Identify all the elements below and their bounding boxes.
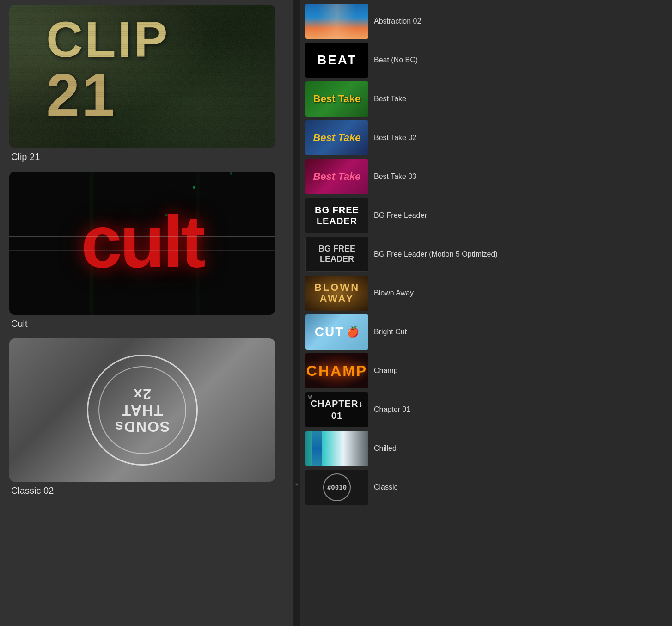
- bgfree-line2: LEADER: [317, 215, 357, 227]
- item-name-bgfree: BG Free Leader: [374, 211, 427, 220]
- chilled-letter: e: [313, 442, 318, 454]
- thumb-abstraction02: [305, 4, 368, 39]
- item-name-besttake02: Best Take 02: [374, 134, 416, 142]
- brightcut-apple-icon: 🍎: [347, 326, 359, 338]
- thumb-besttake02: Best Take: [305, 120, 368, 155]
- cult-thumbnail[interactable]: cult: [9, 172, 275, 315]
- bgfree2-line1: BG FREE: [318, 244, 355, 254]
- beat-thumb-text: BEAT: [317, 53, 357, 68]
- list-item-besttake03[interactable]: Best Take Best Take 03: [300, 157, 672, 196]
- list-item-besttake[interactable]: Best Take Best Take: [300, 80, 672, 118]
- thumb-bgfree2: BG FREE LEADER: [305, 237, 368, 272]
- thumb-champ: CHAMP: [305, 353, 368, 388]
- classic-text: #0010: [327, 484, 347, 491]
- list-item-blownaway[interactable]: BLOWN AWAY Blown Away: [300, 274, 672, 313]
- bgfree2-line2: LEADER: [320, 254, 354, 264]
- thumb-beat: BEAT: [305, 43, 368, 78]
- item-name-besttake03: Best Take 03: [374, 172, 416, 181]
- clip21-thumbnail[interactable]: CLIP 21: [9, 5, 275, 148]
- list-item-brightcut[interactable]: CUT 🍎 Bright Cut: [300, 313, 672, 351]
- left-preview-panel: CLIP 21 Clip 21 cult Cult: [0, 0, 293, 626]
- list-item-bgfree2[interactable]: BG FREE LEADER BG Free Leader (Motion 5 …: [300, 235, 672, 274]
- classic02-label: Classic 02: [9, 485, 284, 496]
- classic02-thumbnail[interactable]: SONDsTHAT2x: [9, 338, 275, 482]
- besttake03-thumb-text: Best Take: [313, 171, 360, 183]
- classic02-inner-text: SONDsTHAT2x: [114, 386, 170, 435]
- classic02-circle-inner: SONDsTHAT2x: [98, 366, 186, 454]
- classic-circle: #0010: [323, 473, 351, 501]
- blownaway-line1: BLOWN: [314, 282, 360, 293]
- thumb-classic: #0010: [305, 470, 368, 505]
- cult-text: cult: [81, 205, 203, 279]
- list-item-chilled[interactable]: e Chilled: [300, 429, 672, 468]
- brightcut-text: CUT: [315, 325, 344, 339]
- preview-item-classic02[interactable]: SONDsTHAT2x Classic 02: [9, 338, 284, 496]
- chapter01-text: CHAPTER↓01: [311, 398, 364, 422]
- champ-text: CHAMP: [306, 362, 367, 380]
- item-name-blownaway: Blown Away: [374, 289, 414, 297]
- item-name-beat: Beat (No BC): [374, 56, 418, 64]
- item-name-chilled: Chilled: [374, 444, 397, 453]
- thumb-brightcut: CUT 🍎: [305, 314, 368, 350]
- right-list-panel: Abstraction 02 BEAT Beat (No BC) Best Ta…: [300, 0, 672, 626]
- list-item-chapter01[interactable]: W CHAPTER↓01 Chapter 01: [300, 390, 672, 429]
- thumb-chapter01: W CHAPTER↓01: [305, 392, 368, 427]
- list-item-beat[interactable]: BEAT Beat (No BC): [300, 41, 672, 80]
- panel-divider: [293, 0, 300, 626]
- list-item-classic[interactable]: #0010 Classic: [300, 468, 672, 507]
- preview-item-clip21[interactable]: CLIP 21 Clip 21: [9, 5, 284, 162]
- item-name-champ: Champ: [374, 367, 398, 375]
- bgfree-line1: BG FREE: [315, 204, 359, 215]
- besttake02-thumb-text: Best Take: [313, 132, 360, 144]
- item-name-brightcut: Bright Cut: [374, 328, 407, 336]
- item-name-chapter01: Chapter 01: [374, 405, 410, 414]
- cult-label: Cult: [9, 319, 284, 329]
- list-item-abstraction02[interactable]: Abstraction 02: [300, 2, 672, 41]
- list-item-champ[interactable]: CHAMP Champ: [300, 351, 672, 390]
- thumb-besttake03: Best Take: [305, 159, 368, 194]
- blownaway-line2: AWAY: [320, 293, 354, 304]
- list-item-bgfree[interactable]: BG FREE LEADER BG Free Leader: [300, 196, 672, 235]
- classic02-circle-outer: SONDsTHAT2x: [87, 355, 198, 466]
- clip21-label: Clip 21: [9, 152, 284, 162]
- item-name-abstraction02: Abstraction 02: [374, 17, 421, 25]
- list-item-besttake02[interactable]: Best Take Best Take 02: [300, 118, 672, 157]
- item-name-classic: Classic: [374, 483, 398, 491]
- thumb-bgfree: BG FREE LEADER: [305, 198, 368, 233]
- besttake-thumb-text: Best Take: [313, 93, 360, 105]
- preview-item-cult[interactable]: cult Cult: [9, 172, 284, 329]
- item-name-besttake: Best Take: [374, 95, 406, 103]
- thumb-chilled: e: [305, 431, 368, 466]
- chapter01-corner: W: [308, 394, 312, 400]
- thumb-blownaway: BLOWN AWAY: [305, 276, 368, 311]
- item-name-bgfree2: BG Free Leader (Motion 5 Optimized): [374, 250, 498, 258]
- thumb-besttake: Best Take: [305, 81, 368, 117]
